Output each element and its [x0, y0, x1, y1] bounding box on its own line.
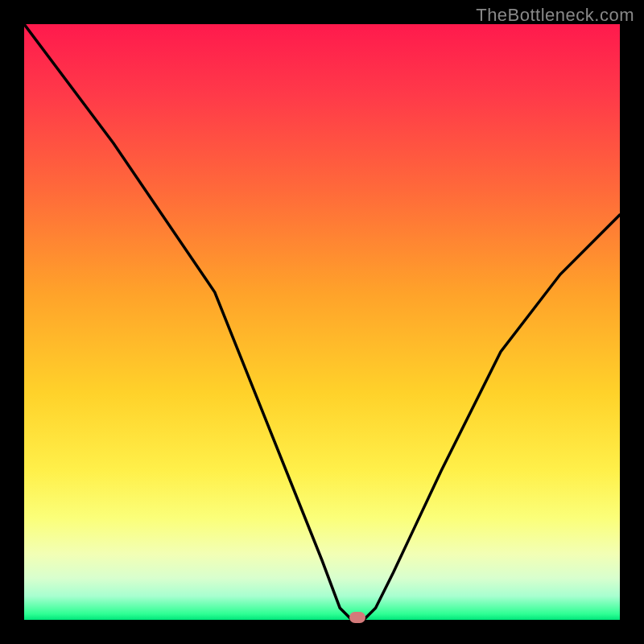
- plot-area: [24, 24, 620, 620]
- curve-path: [24, 24, 620, 620]
- watermark-text: TheBottleneck.com: [476, 5, 634, 26]
- chart-frame: TheBottleneck.com: [0, 0, 644, 644]
- bottleneck-curve: [24, 24, 620, 620]
- optimal-marker: [349, 612, 365, 623]
